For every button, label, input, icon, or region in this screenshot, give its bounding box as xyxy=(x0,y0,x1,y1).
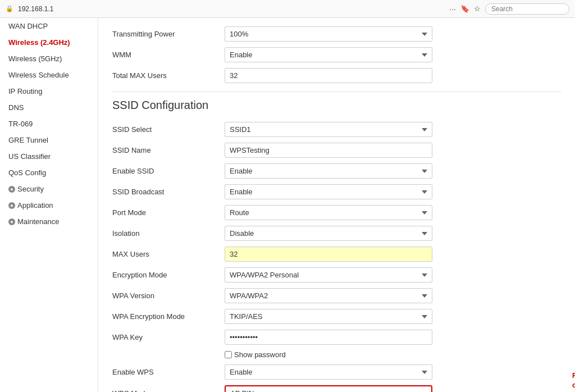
wps-mode-label: WPS Mode xyxy=(112,389,225,392)
wpa-encryption-mode-select[interactable]: TKIP/AES xyxy=(225,309,432,324)
ssid-select-dropdown[interactable]: SSID1 xyxy=(225,122,432,137)
wpa-encryption-mode-value: TKIP/AES xyxy=(225,309,561,324)
enable-wps-row: Enable WPS Enable xyxy=(112,364,561,380)
show-password-checkbox[interactable] xyxy=(225,351,232,358)
enable-wps-value: Enable xyxy=(225,364,561,380)
transmitting-power-select[interactable]: 100% xyxy=(225,26,432,42)
ssid-name-label: SSID Name xyxy=(112,146,225,154)
sidebar-item-application[interactable]: ● Application xyxy=(0,197,98,213)
wpa-encryption-mode-row: WPA Encryption Mode TKIP/AES xyxy=(112,309,561,324)
wpa-key-label: WPA Key xyxy=(112,333,225,341)
sidebar-item-wireless-5[interactable]: Wireless (5GHz) xyxy=(0,51,98,67)
total-max-users-value xyxy=(225,68,561,83)
max-users-input[interactable] xyxy=(225,247,432,262)
ssid-name-row: SSID Name xyxy=(112,143,561,158)
favicon-icon: 🔒 xyxy=(6,5,13,12)
sidebar-item-wan-dhcp[interactable]: WAN DHCP xyxy=(0,18,98,34)
annotation-text: Random Pin Generated on Click of Get Pin… xyxy=(572,371,575,390)
max-users-value xyxy=(225,247,561,262)
browser-menu-icon[interactable]: ··· xyxy=(449,4,456,13)
transmitting-power-row: Transmitting Power 100% xyxy=(112,26,561,42)
maintenance-bullet-icon: ● xyxy=(8,218,15,225)
wmm-row: WMM Enable xyxy=(112,47,561,62)
sidebar-item-gre-tunnel[interactable]: GRE Tunnel xyxy=(0,132,98,148)
enable-ssid-value: Enable xyxy=(225,163,561,179)
encryption-mode-select[interactable]: WPA/WPA2 Personal xyxy=(225,267,432,282)
port-mode-label: Port Mode xyxy=(112,208,225,217)
port-mode-value: Route xyxy=(225,205,561,220)
show-password-row: Show password xyxy=(225,350,561,359)
isolation-label: Isolation xyxy=(112,229,225,238)
wpa-version-select[interactable]: WPA/WPA2 xyxy=(225,288,432,303)
ssid-select-label: SSID Select xyxy=(112,125,225,134)
ssid-broadcast-label: SSID Broadcast xyxy=(112,188,225,196)
total-max-users-label: Total MAX Users xyxy=(112,71,225,80)
ssid-broadcast-value: Enable xyxy=(225,184,561,199)
wpa-key-row: WPA Key xyxy=(112,330,561,345)
encryption-mode-row: Encryption Mode WPA/WPA2 Personal xyxy=(112,267,561,282)
sidebar: WAN DHCP Wireless (2.4GHz) Wireless (5GH… xyxy=(0,18,98,392)
ssid-name-input[interactable] xyxy=(225,143,432,158)
ssid-select-value: SSID1 xyxy=(225,122,561,137)
star-icon[interactable]: ☆ xyxy=(474,4,481,13)
isolation-value: Disable xyxy=(225,226,561,241)
port-mode-row: Port Mode Route xyxy=(112,205,561,220)
sidebar-item-dns[interactable]: DNS xyxy=(0,99,98,116)
sidebar-item-ip-routing[interactable]: IP Routing xyxy=(0,83,98,99)
enable-ssid-row: Enable SSID Enable xyxy=(112,163,561,179)
wps-mode-select[interactable]: AP PIN xyxy=(226,386,431,392)
wps-mode-red-box: AP PIN xyxy=(225,385,432,392)
wpa-key-value xyxy=(225,330,561,345)
enable-wps-label: Enable WPS xyxy=(112,368,225,376)
wmm-select[interactable]: Enable xyxy=(225,47,432,62)
top-fields-section: Transmitting Power 100% WMM Enable Total… xyxy=(112,26,561,83)
isolation-row: Isolation Disable xyxy=(112,226,561,241)
sidebar-item-qos-config[interactable]: QoS Config xyxy=(0,165,98,181)
wpa-key-input[interactable] xyxy=(225,330,432,345)
url-bar[interactable]: 192.168.1.1 xyxy=(18,5,445,13)
wmm-label: WMM xyxy=(112,51,225,59)
sidebar-item-wireless-schedule[interactable]: Wireless Schedule xyxy=(0,67,98,83)
bookmark-icon[interactable]: 🔖 xyxy=(460,4,469,13)
encryption-mode-value: WPA/WPA2 Personal xyxy=(225,267,561,282)
wmm-value: Enable xyxy=(225,47,561,62)
wpa-version-row: WPA Version WPA/WPA2 xyxy=(112,288,561,303)
browser-search-input[interactable] xyxy=(485,3,569,15)
wps-mode-row: WPS Mode AP PIN Random Pin Generated on … xyxy=(112,385,561,392)
transmitting-power-label: Transmitting Power xyxy=(112,30,225,38)
sidebar-item-maintenance[interactable]: ● Maintenance xyxy=(0,213,98,230)
wpa-version-value: WPA/WPA2 xyxy=(225,288,561,303)
ssid-select-row: SSID Select SSID1 xyxy=(112,122,561,137)
show-password-label: Show password xyxy=(234,350,286,359)
wps-mode-value: AP PIN Random Pin Generated on Click of … xyxy=(225,385,561,392)
enable-wps-select[interactable]: Enable xyxy=(225,364,432,380)
sidebar-item-us-classifier[interactable]: US Classifier xyxy=(0,148,98,165)
encryption-mode-label: Encryption Mode xyxy=(112,271,225,279)
sidebar-item-wireless-24[interactable]: Wireless (2.4GHz) xyxy=(0,34,98,51)
main-layout: WAN DHCP Wireless (2.4GHz) Wireless (5GH… xyxy=(0,18,575,392)
port-mode-select[interactable]: Route xyxy=(225,205,432,220)
sidebar-item-tr069[interactable]: TR-069 xyxy=(0,116,98,132)
total-max-users-row: Total MAX Users xyxy=(112,68,561,83)
sidebar-item-security[interactable]: ● Security xyxy=(0,181,98,197)
transmitting-power-value: 100% xyxy=(225,26,561,42)
browser-bar: 🔒 192.168.1.1 ··· 🔖 ☆ xyxy=(0,0,575,18)
enable-ssid-select[interactable]: Enable xyxy=(225,163,432,179)
security-bullet-icon: ● xyxy=(8,186,15,193)
ssid-broadcast-select[interactable]: Enable xyxy=(225,184,432,199)
wpa-encryption-mode-label: WPA Encryption Mode xyxy=(112,312,225,321)
ssid-config-title: SSID Configuration xyxy=(112,99,561,112)
isolation-select[interactable]: Disable xyxy=(225,226,432,241)
max-users-row: MAX Users xyxy=(112,247,561,262)
ssid-name-value xyxy=(225,143,561,158)
application-bullet-icon: ● xyxy=(8,202,15,209)
wpa-version-label: WPA Version xyxy=(112,291,225,300)
ssid-broadcast-row: SSID Broadcast Enable xyxy=(112,184,561,199)
divider xyxy=(112,92,561,92)
total-max-users-input[interactable] xyxy=(225,68,432,83)
enable-ssid-label: Enable SSID xyxy=(112,167,225,175)
main-content: Transmitting Power 100% WMM Enable Total… xyxy=(98,18,575,392)
max-users-label: MAX Users xyxy=(112,250,225,258)
